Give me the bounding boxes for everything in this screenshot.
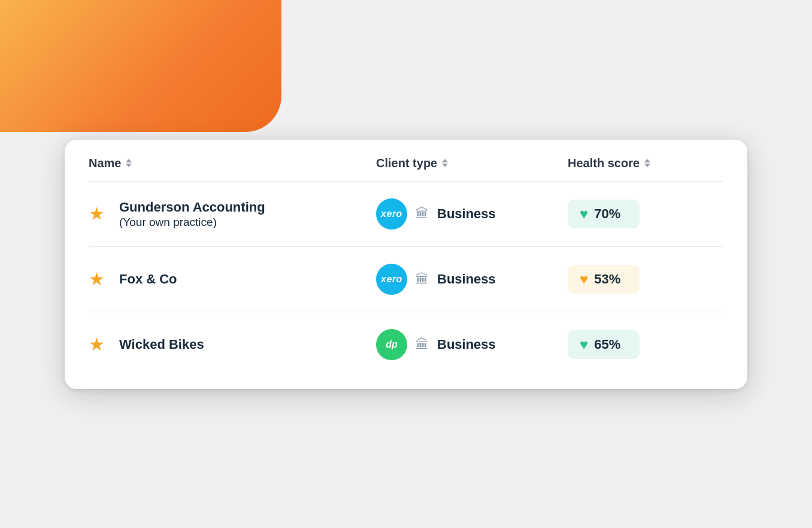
sort-up-icon <box>644 159 650 162</box>
client-type-label-wicked: Business <box>437 337 496 352</box>
client-name-wicked: Wicked Bikes <box>119 336 204 354</box>
star-icon[interactable]: ★ <box>89 268 105 289</box>
name-cell-wicked: ★ Wicked Bikes <box>89 334 376 355</box>
name-cell-fox: ★ Fox & Co <box>89 268 376 289</box>
client-type-cell-wicked: dp 🏛 Business <box>376 329 568 360</box>
score-badge-wicked: ♥ 65% <box>568 330 640 359</box>
dp-logo-text: dp <box>386 339 398 350</box>
table-row[interactable]: ★ Fox & Co xero 🏛 Business ♥ 53% <box>89 247 723 312</box>
score-badge-gunderson: ♥ 70% <box>568 200 640 228</box>
name-block-fox: Fox & Co <box>119 270 177 288</box>
sort-down-icon <box>442 164 448 167</box>
table-row[interactable]: ★ Wicked Bikes dp 🏛 Business ♥ 65% <box>89 312 723 377</box>
name-block-gunderson: Gunderson Accounting (Your own practice) <box>119 198 265 230</box>
health-score-cell-wicked: ♥ 65% <box>568 330 723 359</box>
xero-logo-gunderson: xero <box>376 198 407 230</box>
heart-icon-wicked: ♥ <box>580 336 588 353</box>
building-icon-wicked: 🏛 <box>416 337 429 352</box>
sort-up-icon <box>442 159 448 162</box>
client-type-cell-fox: xero 🏛 Business <box>376 264 568 295</box>
building-icon-fox: 🏛 <box>416 271 429 287</box>
xero-logo-text: xero <box>381 274 402 285</box>
score-value-wicked: 65% <box>594 337 620 352</box>
star-icon[interactable]: ★ <box>89 203 105 224</box>
sort-name-icon[interactable] <box>126 159 132 167</box>
table-row[interactable]: ★ Gunderson Accounting (Your own practic… <box>89 182 723 247</box>
header-client-type-label: Client type <box>376 156 437 170</box>
client-name-fox: Fox & Co <box>119 270 177 288</box>
sort-up-icon <box>126 159 132 162</box>
building-icon-gunderson: 🏛 <box>416 206 429 222</box>
xero-logo-text: xero <box>381 209 402 219</box>
header-health-score-label: Health score <box>568 156 640 170</box>
health-score-cell-gunderson: ♥ 70% <box>568 200 723 228</box>
client-type-label-fox: Business <box>437 271 496 287</box>
xero-logo-fox: xero <box>376 264 407 295</box>
table-header: Name Client type Health score <box>89 140 723 182</box>
star-icon[interactable]: ★ <box>89 334 105 355</box>
client-name-gunderson: Gunderson Accounting <box>119 198 265 216</box>
main-card: Name Client type Health score ★ <box>65 140 747 389</box>
client-type-cell-gunderson: xero 🏛 Business <box>376 198 568 230</box>
sort-down-icon <box>644 164 650 167</box>
heart-icon-gunderson: ♥ <box>580 206 588 222</box>
dp-logo-wicked: dp <box>376 329 407 360</box>
health-score-cell-fox: ♥ 53% <box>568 265 723 294</box>
client-sub-gunderson: (Your own practice) <box>119 216 265 229</box>
score-value-fox: 53% <box>594 271 620 287</box>
sort-client-type-icon[interactable] <box>442 159 448 167</box>
score-badge-fox: ♥ 53% <box>568 265 640 294</box>
sort-down-icon <box>126 164 132 167</box>
col-header-health-score: Health score <box>568 156 723 170</box>
col-header-client-type: Client type <box>376 156 568 170</box>
score-value-gunderson: 70% <box>594 206 620 222</box>
client-type-label-gunderson: Business <box>437 206 496 222</box>
background-gradient <box>0 0 281 132</box>
name-cell-gunderson: ★ Gunderson Accounting (Your own practic… <box>89 198 376 230</box>
heart-icon-fox: ♥ <box>580 271 588 288</box>
name-block-wicked: Wicked Bikes <box>119 336 204 354</box>
header-name-label: Name <box>89 156 121 170</box>
col-header-name: Name <box>89 156 376 170</box>
sort-health-score-icon[interactable] <box>644 159 650 167</box>
